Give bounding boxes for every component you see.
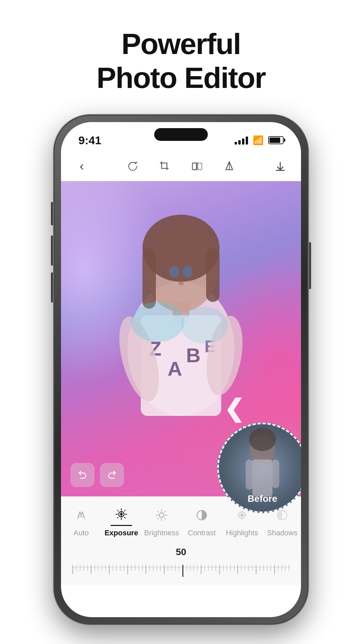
back-button[interactable]: ‹: [73, 158, 90, 175]
phone-mockup: 9:41 📶 ‹: [54, 115, 308, 618]
wifi-icon: 📶: [253, 135, 263, 146]
undo-redo-area: [70, 463, 124, 487]
svg-line-35: [124, 510, 125, 511]
svg-point-21: [183, 266, 193, 278]
svg-rect-9: [206, 248, 220, 302]
before-label: Before: [248, 493, 278, 504]
svg-point-40: [159, 513, 164, 518]
side-button-power: [308, 242, 311, 289]
crop-button[interactable]: [156, 158, 174, 175]
svg-line-48: [158, 518, 159, 519]
slider-track[interactable]: [72, 561, 290, 577]
redo-button[interactable]: [100, 463, 124, 487]
download-button[interactable]: [272, 158, 289, 175]
svg-rect-1: [198, 163, 202, 170]
svg-point-18: [131, 302, 184, 342]
svg-line-47: [165, 511, 166, 512]
tool-label-auto: Auto: [73, 529, 88, 537]
svg-rect-8: [142, 248, 156, 309]
slider-section: 50: [61, 543, 301, 585]
svg-point-19: [181, 307, 228, 344]
phone-screen: 9:41 📶 ‹: [61, 122, 301, 617]
svg-point-22: [178, 281, 184, 285]
rotate-button[interactable]: [124, 158, 141, 175]
side-button-vol-down: [51, 272, 54, 303]
tool-label-contrast: Contrast: [188, 529, 216, 537]
svg-rect-27: [272, 460, 279, 488]
svg-point-20: [169, 266, 179, 278]
tool-tab-contrast[interactable]: Contrast: [182, 502, 222, 540]
svg-line-33: [117, 510, 118, 511]
svg-line-36: [117, 517, 118, 518]
signal-icon: [235, 136, 248, 145]
tool-label-exposure: Exposure: [105, 529, 138, 537]
svg-line-45: [158, 511, 159, 512]
side-button-vol-up: [51, 235, 54, 266]
tool-tab-exposure[interactable]: Exposure: [101, 502, 141, 540]
photo-area: Z A B E: [61, 181, 301, 496]
compare-arrow: ❮: [224, 394, 244, 423]
tool-tab-auto[interactable]: Auto: [61, 502, 101, 540]
adjust-button[interactable]: [221, 158, 238, 175]
svg-line-34: [124, 517, 125, 518]
phone-shell: 9:41 📶 ‹: [54, 115, 308, 625]
headline: Powerful Photo Editor: [97, 27, 265, 95]
svg-rect-25: [252, 460, 273, 496]
svg-rect-26: [246, 460, 253, 490]
status-time: 9:41: [78, 134, 101, 147]
svg-text:A: A: [168, 358, 182, 380]
svg-point-24: [249, 428, 276, 451]
svg-line-46: [165, 518, 166, 519]
flip-button[interactable]: [188, 158, 206, 175]
tool-label-shadows: Shadows: [267, 529, 298, 537]
side-button-mute: [51, 202, 54, 225]
svg-text:B: B: [186, 344, 200, 367]
app-toolbar: ‹: [61, 152, 301, 181]
slider-ticks: [72, 565, 290, 577]
status-icons: 📶: [235, 135, 284, 146]
tool-label-brightness: Brightness: [144, 529, 179, 537]
battery-icon: [268, 136, 284, 144]
tool-tab-brightness[interactable]: Brightness: [141, 502, 182, 540]
headline-line2: Photo Editor: [97, 61, 265, 94]
svg-rect-0: [192, 163, 196, 170]
undo-button[interactable]: [70, 463, 95, 487]
tool-label-highlights: Highlights: [226, 529, 258, 537]
toolbar-tools: [124, 158, 238, 175]
slider-value: 50: [72, 547, 290, 557]
headline-line1: Powerful: [121, 27, 241, 60]
dynamic-island: [154, 128, 208, 141]
